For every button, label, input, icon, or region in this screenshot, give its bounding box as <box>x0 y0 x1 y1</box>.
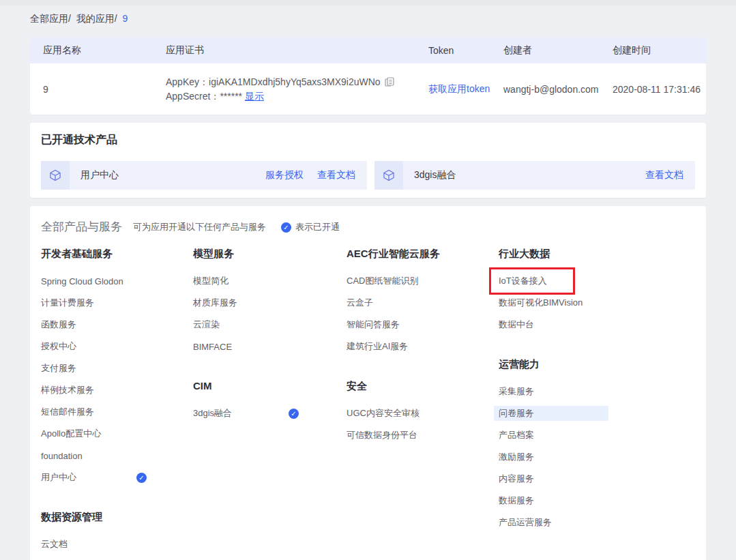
created-time-cell: 2020-08-11 17:31:46 <box>613 84 706 95</box>
service-auth-link[interactable]: 服务授权 <box>265 169 304 181</box>
group-title: 运营能力 <box>499 357 695 371</box>
product-item[interactable]: 计量计费服务 <box>41 292 193 314</box>
product-item-iot[interactable]: IoT设备接入 <box>499 270 695 292</box>
product-item[interactable]: 模型简化 <box>193 270 347 292</box>
product-item[interactable]: 产品运营服务 <box>499 512 695 533</box>
copy-icon[interactable] <box>385 77 394 87</box>
catalog-column-4: 行业大数据 IoT设备接入 数据可视化BIMVision 数据中台 运营能力 采… <box>499 247 695 555</box>
product-item[interactable]: CAD图纸智能识别 <box>347 270 499 292</box>
product-item[interactable]: 数据可视化BIMVision <box>499 292 695 314</box>
view-docs-link[interactable]: 查看文档 <box>645 169 683 181</box>
get-app-token-link[interactable]: 获取应用token <box>428 83 490 94</box>
product-item[interactable]: 可信数据身份平台 <box>347 424 499 446</box>
group-title: 数据资源管理 <box>41 510 193 524</box>
token-cell: 获取应用token <box>428 83 503 95</box>
group-title: 行业大数据 <box>499 247 695 261</box>
product-item-label: 建筑行业AI服务 <box>347 340 408 353</box>
show-secret-link[interactable]: 显示 <box>245 89 264 104</box>
catalog-legend: ✓ 表示已开通 <box>281 221 340 233</box>
group-model-services: 模型服务 模型简化 材质库服务 云渲染 BIMFACE <box>193 247 347 357</box>
product-item-label: 云渲染 <box>193 319 220 331</box>
product-item-label: 材质库服务 <box>193 297 237 309</box>
group-title: 模型服务 <box>193 247 347 261</box>
opened-check-icon: ✓ <box>289 409 299 419</box>
product-item[interactable]: 云盒子 <box>347 292 499 314</box>
product-item-label: 内容服务 <box>499 473 534 485</box>
app-info-card: 应用名称 应用证书 Token 创建者 创建时间 9 AppKey： igiAK… <box>30 38 706 115</box>
appkey-value: igiAKA1MDxdhj5hyYq5axs3MX9i2uWNo <box>209 75 381 89</box>
opened-products-card: 已开通技术产品 用户中心 服务授权 查看文档 3dgis融合 <box>30 123 706 198</box>
breadcrumb-current-app: 9 <box>123 13 128 24</box>
view-docs-link[interactable]: 查看文档 <box>317 169 355 181</box>
table-header-row: 应用名称 应用证书 Token 创建者 创建时间 <box>30 38 706 63</box>
opened-product-links: 服务授权 查看文档 <box>265 169 367 181</box>
product-item[interactable]: 云渲染 <box>193 314 347 336</box>
product-item[interactable]: 数据中台 <box>499 314 695 336</box>
appkey-line: AppKey： igiAKA1MDxdhj5hyYq5axs3MX9i2uWNo <box>166 75 428 89</box>
product-item[interactable]: Apollo配置中心 <box>41 423 193 445</box>
product-item[interactable]: 建筑行业AI服务 <box>347 336 499 357</box>
catalog-column-3: AEC行业智能云服务 CAD图纸智能识别 云盒子 智能问答服务 建筑行业AI服务… <box>347 247 499 555</box>
product-item[interactable]: 激励服务 <box>499 446 695 468</box>
catalog-legend-label: 表示已开通 <box>295 221 340 233</box>
app-cert-cell: AppKey： igiAKA1MDxdhj5hyYq5axs3MX9i2uWNo… <box>166 75 428 104</box>
product-item[interactable]: 短信邮件服务 <box>41 401 193 423</box>
col-header-created-time: 创建时间 <box>613 44 706 57</box>
group-dev-basic-services: 开发者基础服务 Spring Cloud Glodon 计量计费服务 函数服务 … <box>41 247 193 488</box>
catalog-grid: 开发者基础服务 Spring Cloud Glodon 计量计费服务 函数服务 … <box>41 247 695 555</box>
product-item[interactable]: 数据服务 <box>499 490 695 512</box>
cube-icon <box>41 161 70 190</box>
creator-cell: wangtj-b@glodon.com <box>503 83 613 96</box>
group-security: 安全 UGC内容安全审核 可信数据身份平台 <box>347 379 499 446</box>
product-item[interactable]: 3dgis融合✓ <box>193 402 347 424</box>
product-item[interactable]: 样例技术服务 <box>41 379 193 401</box>
product-item[interactable]: 产品档案 <box>499 424 695 446</box>
product-item-label: 授权中心 <box>41 340 76 353</box>
col-header-app-cert: 应用证书 <box>166 44 428 57</box>
product-item[interactable]: 支付服务 <box>41 357 193 379</box>
product-item-label: 产品运营服务 <box>499 516 552 529</box>
product-item[interactable]: 采集服务 <box>499 381 695 402</box>
breadcrumb-my-apps[interactable]: 我的应用/ <box>76 13 117 24</box>
product-item[interactable]: 用户中心✓ <box>41 467 193 488</box>
product-item-label: Apollo配置中心 <box>41 428 101 440</box>
product-item[interactable]: 函数服务 <box>41 314 193 336</box>
product-item[interactable]: BIMFACE <box>193 336 347 357</box>
product-item-label: 数据中台 <box>499 319 534 331</box>
product-item[interactable]: Spring Cloud Glodon <box>41 270 193 292</box>
opened-check-icon: ✓ <box>136 473 147 483</box>
cube-icon <box>374 161 403 190</box>
top-strip <box>0 0 736 5</box>
opened-product-3dgis: 3dgis融合 查看文档 <box>374 161 695 190</box>
product-item-label: IoT设备接入 <box>499 275 547 287</box>
group-title: 开发者基础服务 <box>41 247 193 261</box>
appsecret-line: AppSecret： ****** 显示 <box>166 89 428 104</box>
product-item[interactable]: 内容服务 <box>499 468 695 490</box>
product-item-label: 函数服务 <box>41 319 76 331</box>
col-header-creator: 创建者 <box>503 44 613 57</box>
catalog-subtitle: 可为应用开通以下任何产品与服务 <box>133 221 266 233</box>
product-item[interactable]: 云文档 <box>41 533 193 555</box>
group-industry-bigdata: 行业大数据 IoT设备接入 数据可视化BIMVision 数据中台 <box>499 247 695 336</box>
opened-product-name: 用户中心 <box>80 169 119 181</box>
product-item-label: 短信邮件服务 <box>41 406 94 418</box>
product-item-label: 计量计费服务 <box>41 297 94 309</box>
opened-product-user-center: 用户中心 服务授权 查看文档 <box>41 161 367 190</box>
product-item-label: UGC内容安全审核 <box>347 407 419 419</box>
product-item[interactable]: 授权中心 <box>41 336 193 357</box>
breadcrumb-all-apps[interactable]: 全部应用/ <box>30 13 71 24</box>
product-item-label: Spring Cloud Glodon <box>41 276 123 286</box>
group-title: 安全 <box>347 379 499 393</box>
catalog-title: 全部产品与服务 <box>41 220 122 235</box>
product-item-hovered[interactable]: 问卷服务 <box>499 402 695 424</box>
product-item-label: 问卷服务 <box>499 407 534 419</box>
product-item[interactable]: UGC内容安全审核 <box>347 402 499 424</box>
product-item[interactable]: 材质库服务 <box>193 292 347 314</box>
product-item[interactable]: 智能问答服务 <box>347 314 499 336</box>
product-item[interactable]: foundation <box>41 445 193 467</box>
group-cim: CIM 3dgis融合✓ <box>193 379 347 424</box>
group-title: AEC行业智能云服务 <box>347 247 499 261</box>
opened-products-row: 用户中心 服务授权 查看文档 3dgis融合 查看文档 <box>41 161 695 190</box>
product-item-label: 智能问答服务 <box>347 319 400 331</box>
product-item-label: 数据可视化BIMVision <box>499 297 583 309</box>
